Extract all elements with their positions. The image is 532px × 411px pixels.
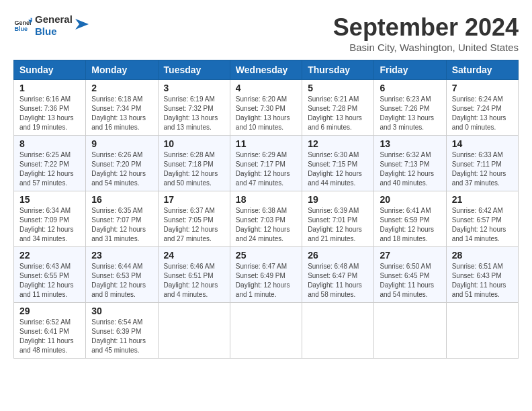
calendar-cell: 16 Sunrise: 6:35 AM Sunset: 7:07 PM Dayl… xyxy=(86,191,158,247)
day-info: Sunrise: 6:51 AM Sunset: 6:43 PM Dayligh… xyxy=(452,262,513,300)
day-info: Sunrise: 6:24 AM Sunset: 7:24 PM Dayligh… xyxy=(452,95,513,132)
logo-arrow-icon xyxy=(75,19,89,32)
calendar-cell xyxy=(446,303,518,359)
calendar-cell xyxy=(230,303,302,359)
month-title: September 2024 xyxy=(333,13,519,42)
day-number: 12 xyxy=(308,138,368,149)
day-number: 2 xyxy=(91,83,152,93)
day-info: Sunrise: 6:41 AM Sunset: 6:59 PM Dayligh… xyxy=(380,206,440,244)
day-number: 1 xyxy=(19,83,80,93)
calendar-week-2: 8 Sunrise: 6:25 AM Sunset: 7:22 PM Dayli… xyxy=(14,136,519,191)
day-info: Sunrise: 6:28 AM Sunset: 7:18 PM Dayligh… xyxy=(164,150,224,188)
day-info: Sunrise: 6:37 AM Sunset: 7:05 PM Dayligh… xyxy=(164,206,224,244)
day-info: Sunrise: 6:30 AM Sunset: 7:15 PM Dayligh… xyxy=(308,150,368,188)
logo-text-blue: Blue xyxy=(35,26,73,38)
svg-text:Blue: Blue xyxy=(14,26,28,32)
calendar-header: SundayMondayTuesdayWednesdayThursdayFrid… xyxy=(14,60,519,80)
calendar-cell: 18 Sunrise: 6:38 AM Sunset: 7:03 PM Dayl… xyxy=(230,191,302,247)
day-info: Sunrise: 6:18 AM Sunset: 7:34 PM Dayligh… xyxy=(91,95,152,132)
calendar-body: 1 Sunrise: 6:16 AM Sunset: 7:36 PM Dayli… xyxy=(14,80,519,359)
svg-marker-4 xyxy=(75,19,89,30)
calendar-cell: 17 Sunrise: 6:37 AM Sunset: 7:05 PM Dayl… xyxy=(158,191,230,247)
day-info: Sunrise: 6:48 AM Sunset: 6:47 PM Dayligh… xyxy=(308,262,368,300)
day-info: Sunrise: 6:26 AM Sunset: 7:20 PM Dayligh… xyxy=(91,150,152,188)
calendar-cell: 9 Sunrise: 6:26 AM Sunset: 7:20 PM Dayli… xyxy=(86,136,158,191)
calendar-cell: 15 Sunrise: 6:34 AM Sunset: 7:09 PM Dayl… xyxy=(14,191,86,247)
calendar-cell: 14 Sunrise: 6:33 AM Sunset: 7:11 PM Dayl… xyxy=(446,136,518,191)
day-number: 22 xyxy=(19,250,80,261)
calendar-cell: 22 Sunrise: 6:43 AM Sunset: 6:55 PM Dayl… xyxy=(14,247,86,303)
day-info: Sunrise: 6:33 AM Sunset: 7:11 PM Dayligh… xyxy=(452,150,513,188)
day-number: 30 xyxy=(91,306,152,316)
day-info: Sunrise: 6:20 AM Sunset: 7:30 PM Dayligh… xyxy=(236,95,296,132)
day-info: Sunrise: 6:43 AM Sunset: 6:55 PM Dayligh… xyxy=(19,262,80,300)
calendar-cell: 8 Sunrise: 6:25 AM Sunset: 7:22 PM Dayli… xyxy=(14,136,86,191)
title-section: September 2024 Basin City, Washington, U… xyxy=(333,13,519,53)
day-number: 27 xyxy=(380,250,440,261)
calendar-cell: 11 Sunrise: 6:29 AM Sunset: 7:17 PM Dayl… xyxy=(230,136,302,191)
day-info: Sunrise: 6:46 AM Sunset: 6:51 PM Dayligh… xyxy=(164,262,224,300)
day-info: Sunrise: 6:25 AM Sunset: 7:22 PM Dayligh… xyxy=(19,150,80,188)
weekday-header-sunday: Sunday xyxy=(14,60,86,80)
calendar-cell: 20 Sunrise: 6:41 AM Sunset: 6:59 PM Dayl… xyxy=(374,191,446,247)
day-number: 9 xyxy=(91,138,152,149)
day-number: 20 xyxy=(380,194,440,205)
day-info: Sunrise: 6:52 AM Sunset: 6:41 PM Dayligh… xyxy=(19,318,80,355)
logo-icon: General Blue xyxy=(13,16,32,35)
weekday-header-thursday: Thursday xyxy=(302,60,374,80)
day-info: Sunrise: 6:38 AM Sunset: 7:03 PM Dayligh… xyxy=(236,206,296,244)
logo: General Blue General Blue xyxy=(13,13,89,38)
calendar-cell: 24 Sunrise: 6:46 AM Sunset: 6:51 PM Dayl… xyxy=(158,247,230,303)
day-number: 18 xyxy=(236,194,296,205)
day-number: 6 xyxy=(380,83,440,93)
weekday-header-wednesday: Wednesday xyxy=(230,60,302,80)
day-number: 28 xyxy=(452,250,513,261)
day-info: Sunrise: 6:23 AM Sunset: 7:26 PM Dayligh… xyxy=(380,95,440,132)
calendar-cell xyxy=(374,303,446,359)
calendar-cell: 7 Sunrise: 6:24 AM Sunset: 7:24 PM Dayli… xyxy=(446,80,518,136)
day-number: 4 xyxy=(236,83,296,93)
calendar-table: SundayMondayTuesdayWednesdayThursdayFrid… xyxy=(13,60,519,359)
day-info: Sunrise: 6:54 AM Sunset: 6:39 PM Dayligh… xyxy=(91,318,152,355)
calendar-cell: 12 Sunrise: 6:30 AM Sunset: 7:15 PM Dayl… xyxy=(302,136,374,191)
calendar-cell: 21 Sunrise: 6:42 AM Sunset: 6:57 PM Dayl… xyxy=(446,191,518,247)
calendar-cell: 19 Sunrise: 6:39 AM Sunset: 7:01 PM Dayl… xyxy=(302,191,374,247)
day-number: 23 xyxy=(91,250,152,261)
day-number: 5 xyxy=(308,83,368,93)
page-header: General Blue General Blue September 2024… xyxy=(13,13,519,53)
day-number: 19 xyxy=(308,194,368,205)
calendar-week-4: 22 Sunrise: 6:43 AM Sunset: 6:55 PM Dayl… xyxy=(14,247,519,303)
day-info: Sunrise: 6:34 AM Sunset: 7:09 PM Dayligh… xyxy=(19,206,80,244)
calendar-cell xyxy=(302,303,374,359)
day-number: 26 xyxy=(308,250,368,261)
calendar-cell: 30 Sunrise: 6:54 AM Sunset: 6:39 PM Dayl… xyxy=(86,303,158,359)
calendar-cell: 4 Sunrise: 6:20 AM Sunset: 7:30 PM Dayli… xyxy=(230,80,302,136)
weekday-header-tuesday: Tuesday xyxy=(158,60,230,80)
day-info: Sunrise: 6:39 AM Sunset: 7:01 PM Dayligh… xyxy=(308,206,368,244)
day-info: Sunrise: 6:19 AM Sunset: 7:32 PM Dayligh… xyxy=(164,95,224,132)
day-info: Sunrise: 6:21 AM Sunset: 7:28 PM Dayligh… xyxy=(308,95,368,132)
day-number: 25 xyxy=(236,250,296,261)
calendar-cell: 1 Sunrise: 6:16 AM Sunset: 7:36 PM Dayli… xyxy=(14,80,86,136)
calendar-cell: 2 Sunrise: 6:18 AM Sunset: 7:34 PM Dayli… xyxy=(86,80,158,136)
day-number: 29 xyxy=(19,306,80,316)
day-info: Sunrise: 6:42 AM Sunset: 6:57 PM Dayligh… xyxy=(452,206,513,244)
day-number: 24 xyxy=(164,250,224,261)
day-info: Sunrise: 6:47 AM Sunset: 6:49 PM Dayligh… xyxy=(236,262,296,300)
day-info: Sunrise: 6:16 AM Sunset: 7:36 PM Dayligh… xyxy=(19,95,80,132)
day-number: 3 xyxy=(164,83,224,93)
day-number: 13 xyxy=(380,138,440,149)
day-number: 7 xyxy=(452,83,513,93)
day-info: Sunrise: 6:32 AM Sunset: 7:13 PM Dayligh… xyxy=(380,150,440,188)
day-info: Sunrise: 6:35 AM Sunset: 7:07 PM Dayligh… xyxy=(91,206,152,244)
weekday-header-monday: Monday xyxy=(86,60,158,80)
calendar-cell: 5 Sunrise: 6:21 AM Sunset: 7:28 PM Dayli… xyxy=(302,80,374,136)
calendar-cell: 25 Sunrise: 6:47 AM Sunset: 6:49 PM Dayl… xyxy=(230,247,302,303)
calendar-week-3: 15 Sunrise: 6:34 AM Sunset: 7:09 PM Dayl… xyxy=(14,191,519,247)
day-number: 10 xyxy=(164,138,224,149)
day-number: 21 xyxy=(452,194,513,205)
calendar-cell xyxy=(158,303,230,359)
calendar-week-5: 29 Sunrise: 6:52 AM Sunset: 6:41 PM Dayl… xyxy=(14,303,519,359)
day-number: 16 xyxy=(91,194,152,205)
day-number: 15 xyxy=(19,194,80,205)
